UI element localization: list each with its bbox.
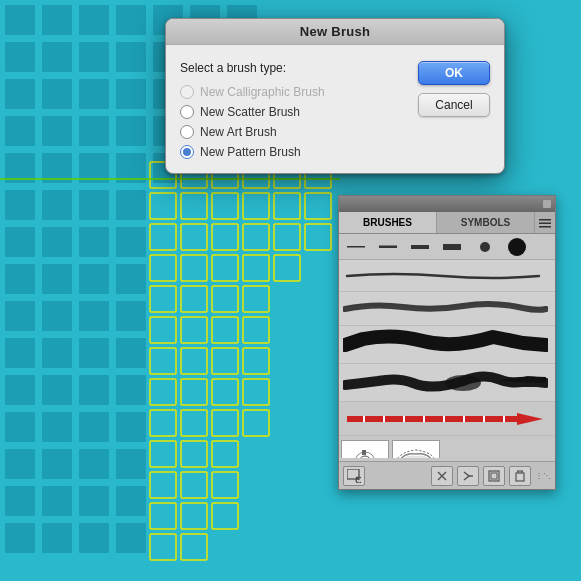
brush-type-options: New Calligraphic Brush New Scatter Brush…: [180, 85, 408, 159]
label-scatter: New Scatter Brush: [200, 105, 300, 119]
svg-rect-36: [491, 473, 497, 479]
panel-footer: ⋮⋱: [339, 461, 555, 489]
panel-grip-icon: [543, 200, 551, 208]
brush-row-1[interactable]: [339, 260, 555, 292]
brush-thumb-1[interactable]: [341, 440, 389, 459]
svg-rect-15: [403, 416, 405, 422]
svg-point-9: [480, 242, 490, 252]
option-pattern[interactable]: New Pattern Brush: [180, 145, 408, 159]
svg-rect-25: [362, 450, 366, 455]
brush-row-2[interactable]: [339, 292, 555, 326]
svg-rect-12: [347, 416, 517, 422]
trash-button[interactable]: [509, 466, 531, 486]
svg-rect-6: [379, 245, 397, 248]
label-pattern: New Pattern Brush: [200, 145, 301, 159]
brush-row-3[interactable]: [339, 326, 555, 364]
cancel-button[interactable]: Cancel: [418, 93, 490, 117]
option-calligraphic[interactable]: New Calligraphic Brush: [180, 85, 408, 99]
dialog-content: Select a brush type: New Calligraphic Br…: [180, 61, 408, 159]
svg-rect-13: [363, 416, 365, 422]
ok-button[interactable]: OK: [418, 61, 490, 85]
panel-titlebar: [339, 196, 555, 212]
svg-rect-4: [539, 226, 551, 228]
panel-menu-icon[interactable]: [535, 212, 555, 233]
svg-rect-8: [443, 244, 461, 250]
brush-size-row: [339, 234, 555, 260]
option-art[interactable]: New Art Brush: [180, 125, 408, 139]
dialog-prompt: Select a brush type:: [180, 61, 408, 75]
brush-row-5[interactable]: [339, 402, 555, 436]
delete-brush-button[interactable]: [431, 466, 453, 486]
svg-rect-20: [503, 416, 505, 422]
svg-rect-18: [463, 416, 465, 422]
svg-rect-16: [423, 416, 425, 422]
brushes-list: [339, 260, 555, 458]
label-calligraphic: New Calligraphic Brush: [200, 85, 325, 99]
panel-tabs: BRUSHES SYMBOLS: [339, 212, 555, 234]
radio-pattern[interactable]: [180, 145, 194, 159]
svg-point-11: [445, 375, 481, 391]
tab-brushes[interactable]: BRUSHES: [339, 212, 437, 233]
option-scatter[interactable]: New Scatter Brush: [180, 105, 408, 119]
expand-button[interactable]: [483, 466, 505, 486]
brushes-panel: BRUSHES SYMBOLS: [338, 195, 556, 490]
radio-calligraphic[interactable]: [180, 85, 194, 99]
svg-rect-2: [539, 219, 551, 221]
dialog-titlebar: New Brush: [166, 19, 504, 45]
brush-row-4[interactable]: [339, 364, 555, 402]
brush-row-6[interactable]: [339, 436, 555, 458]
dialog-title: New Brush: [300, 24, 371, 39]
svg-rect-19: [483, 416, 485, 422]
brush-options-button[interactable]: [457, 466, 479, 486]
new-brush-dialog: New Brush Select a brush type: New Calli…: [165, 18, 505, 174]
radio-scatter[interactable]: [180, 105, 194, 119]
tab-symbols[interactable]: SYMBOLS: [437, 212, 535, 233]
green-line: [0, 178, 340, 180]
size-grip-icon: ⋮⋱: [535, 471, 551, 480]
radio-art[interactable]: [180, 125, 194, 139]
label-art: New Art Brush: [200, 125, 277, 139]
brush-size-medium[interactable]: [407, 238, 435, 256]
brush-size-xxlarge[interactable]: [503, 238, 531, 256]
dialog-actions: OK Cancel: [418, 61, 490, 159]
brush-size-large[interactable]: [439, 238, 467, 256]
svg-rect-17: [443, 416, 445, 422]
brush-size-xlarge[interactable]: [471, 238, 499, 256]
svg-rect-7: [411, 245, 429, 249]
brush-size-small[interactable]: [375, 238, 403, 256]
brush-size-tiny[interactable]: [343, 238, 371, 256]
svg-rect-3: [539, 222, 551, 224]
svg-rect-5: [347, 246, 365, 248]
svg-point-10: [508, 238, 526, 256]
svg-rect-37: [516, 473, 524, 481]
svg-marker-21: [517, 413, 543, 425]
new-brush-button[interactable]: [343, 466, 365, 486]
svg-rect-14: [383, 416, 385, 422]
brush-thumb-2[interactable]: [392, 440, 440, 459]
